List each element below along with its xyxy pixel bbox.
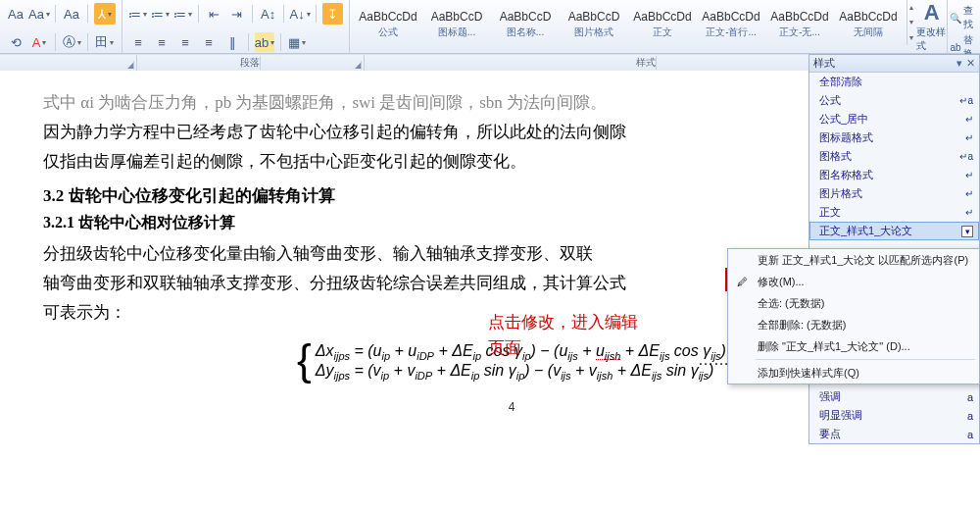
change-style-label: 更改样式 <box>916 26 948 53</box>
style-preview: AaBbCcDd <box>702 10 760 24</box>
style-preview: AaBbCcDd <box>839 10 897 24</box>
gallery-scroll[interactable]: ▴▾▾ <box>906 0 916 45</box>
style-preview: AaBbCcD <box>568 10 620 24</box>
style-preview: AaBbCcDd <box>633 10 691 24</box>
case-btn-2[interactable]: Aa <box>29 4 49 24</box>
style-gallery-item[interactable]: AaBbCcD图名称... <box>491 2 560 47</box>
borders-btn[interactable]: ▦ <box>287 32 307 52</box>
align-right-btn[interactable]: ≡ <box>175 32 195 52</box>
style-list-item[interactable]: 图标题格式↵ <box>809 128 979 147</box>
change-style-btn[interactable]: A 更改样式 <box>916 0 949 53</box>
replace-icon: ab <box>950 42 960 53</box>
showmarks-btn[interactable]: ↧ <box>322 3 343 25</box>
case-btn-3[interactable]: Aa <box>62 4 81 24</box>
style-gallery-item[interactable]: AaBbCcDd正文-无... <box>765 2 834 47</box>
shading-btn[interactable]: 田 <box>94 32 114 52</box>
find-btn[interactable]: 🔍查找 <box>950 4 978 31</box>
ctx-remove-all[interactable]: 全部删除: (无数据) <box>728 314 979 335</box>
style-list-item[interactable]: 图片格式↵ <box>809 184 979 203</box>
style-context-menu: 更新 正文_样式1_大论文 以匹配所选内容(P) 🖉修改(M)... 全选: (… <box>727 248 980 384</box>
find-icon: 🔍 <box>950 13 961 24</box>
numbering-btn[interactable]: ≔ <box>151 4 170 24</box>
caption-paragraph: 段落 <box>240 56 261 70</box>
style-label: 正文 <box>653 26 672 39</box>
ctx-modify-style[interactable]: 🖉修改(M)... <box>728 271 979 292</box>
style-list-item[interactable]: 明显强调a <box>809 406 979 425</box>
styles-list[interactable]: 全部清除公式↵a公式_居中↵图标题格式↵图格式↵a图名称格式↵图片格式↵正文↵ <box>809 73 979 222</box>
highlight-btn[interactable]: ⅄ <box>94 3 116 25</box>
sort-btn[interactable]: A↓ <box>290 4 310 24</box>
ctx-delete-style[interactable]: 删除 "正文_样式1_大论文" (D)... <box>728 335 979 357</box>
char-border-btn[interactable]: Ⓐ <box>62 32 81 52</box>
style-preview: AaBbCcD <box>500 10 552 24</box>
style-list-item[interactable]: 图格式↵a <box>809 147 979 166</box>
styles-pane-title: 样式 ▾✕ <box>809 55 979 73</box>
bullets-btn[interactable]: ≔ <box>128 4 147 24</box>
highlight-color-btn[interactable]: ab <box>255 32 274 52</box>
pane-close-icon[interactable]: ✕ <box>966 57 975 70</box>
case-btn-1[interactable]: Aa <box>6 4 25 24</box>
style-selected-dd-icon[interactable]: ▾ <box>961 226 973 237</box>
style-preview: AaBbCcD <box>431 10 483 24</box>
ctx-add-quick[interactable]: 添加到快速样式库(Q) <box>728 362 979 384</box>
paragraph-group: ≔ ≔ ≔ ⇤ ⇥ A↕ A↓ ↧ ≡ ≡ ≡ ≡ ‖ ab ▦ <box>122 0 350 53</box>
styles-list-bottom[interactable]: 强调a明显强调a要点a <box>809 387 979 443</box>
align-distrib-btn[interactable]: ‖ <box>222 32 242 52</box>
ctx-separator <box>756 359 975 360</box>
style-list-item[interactable]: 全部清除 <box>809 73 979 91</box>
align-left-btn[interactable]: ≡ <box>128 32 148 52</box>
style-gallery-item[interactable]: AaBbCcDd正文 <box>628 2 697 47</box>
indent-btn[interactable]: ⇥ <box>227 4 246 24</box>
style-gallery-item[interactable]: AaBbCcDd公式 <box>354 2 422 47</box>
style-list-item[interactable]: 要点a <box>809 425 979 443</box>
change-style-icon: A <box>924 0 940 26</box>
font-color-btn[interactable]: A <box>29 32 49 52</box>
outdent-btn[interactable]: ⇤ <box>205 4 223 24</box>
caption-styles: 样式 <box>636 56 657 70</box>
align-center-btn[interactable]: ≡ <box>152 32 172 52</box>
style-gallery-item[interactable]: AaBbCcDd无间隔 <box>834 2 903 47</box>
style-list-item[interactable]: 公式↵a <box>809 91 979 110</box>
align-justify-btn[interactable]: ≡ <box>199 32 219 52</box>
multilevel-btn[interactable]: ≔ <box>173 4 192 24</box>
style-preview: AaBbCcDd <box>359 10 416 24</box>
style-gallery-item[interactable]: AaBbCcD图标题... <box>422 2 491 47</box>
style-label: 图名称... <box>507 26 544 39</box>
style-label: 图标题... <box>438 26 475 39</box>
style-item-selected[interactable]: 正文_样式1_大论文 ▾ <box>809 222 979 240</box>
pane-dropdown-icon[interactable]: ▾ <box>956 57 962 70</box>
ctx-select-all[interactable]: 全选: (无数据) <box>728 292 979 314</box>
style-list-item[interactable]: 公式_居中↵ <box>809 110 979 128</box>
strike-btn[interactable]: ⟲ <box>6 32 25 52</box>
style-preview: AaBbCcDd <box>770 10 828 24</box>
para-launcher[interactable]: ◢ <box>355 61 362 70</box>
modify-icon: 🖉 <box>734 274 750 289</box>
style-label: 公式 <box>378 26 398 39</box>
font-group: Aa Aa Aa ⅄ ⟲ A Ⓐ 田 <box>0 0 122 53</box>
linespace-btn[interactable]: A↕ <box>259 4 277 24</box>
style-list-item[interactable]: 强调a <box>809 387 979 406</box>
annotation-text: 点击修改，进入编辑页面 <box>488 310 638 361</box>
style-label: 图片格式 <box>574 26 613 39</box>
styles-gallery: AaBbCcDd公式AaBbCcD图标题...AaBbCcD图名称...AaBb… <box>350 0 906 53</box>
style-list-item[interactable]: 正文↵ <box>809 203 979 222</box>
style-label: 正文-无... <box>779 26 820 39</box>
ribbon-toolbar: Aa Aa Aa ⅄ ⟲ A Ⓐ 田 ≔ ≔ ≔ ⇤ ⇥ A↕ A↓ <box>0 0 980 54</box>
style-label: 无间隔 <box>854 26 883 39</box>
style-gallery-item[interactable]: AaBbCcDd正文-首行... <box>697 2 765 47</box>
style-label: 正文-首行... <box>706 26 757 39</box>
font-launcher[interactable]: ◢ <box>127 61 134 70</box>
style-gallery-item[interactable]: AaBbCcD图片格式 <box>560 2 628 47</box>
style-list-item[interactable]: 图名称格式↵ <box>809 166 979 184</box>
editing-group: 🔍查找 ab替换 ▭选择 <box>948 0 980 53</box>
ctx-update-style[interactable]: 更新 正文_样式1_大论文 以匹配所选内容(P) <box>728 249 979 271</box>
